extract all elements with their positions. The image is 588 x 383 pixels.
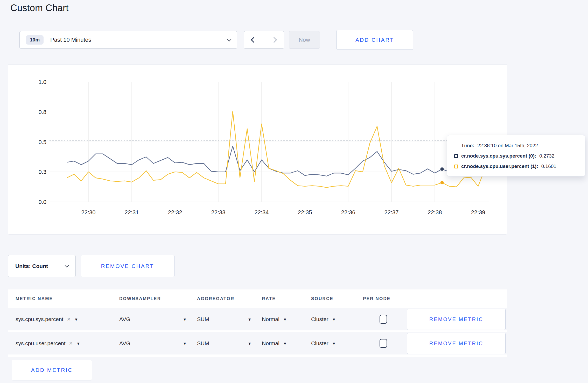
clear-metric-icon[interactable]: × xyxy=(67,316,71,322)
downsampler-select[interactable]: AVG ▼ xyxy=(119,340,197,346)
caret-down-icon: ▼ xyxy=(74,317,78,322)
time-range-label: Past 10 Minutes xyxy=(50,37,91,43)
y-axis-label: 1.0 xyxy=(38,79,46,85)
per-node-checkbox[interactable] xyxy=(380,315,387,324)
x-axis-label: 22:37 xyxy=(384,209,398,216)
tooltip-time-label: Time: xyxy=(461,143,474,148)
tooltip-time-value: 22:38:10 on Mar 15th, 2022 xyxy=(477,143,538,148)
tooltip-series-value: 0.1601 xyxy=(541,164,556,169)
rate-value: Normal xyxy=(262,340,279,346)
col-header-aggregator: AGGREGATOR xyxy=(197,296,262,301)
metric-row: sys.cpu.sys.percent × ▼ AVG ▼ SUM ▼ Norm… xyxy=(8,308,507,330)
toolbar-divider xyxy=(8,32,8,69)
caret-down-icon: ▼ xyxy=(332,317,336,322)
x-axis-label: 22:38 xyxy=(428,209,442,216)
downsampler-select[interactable]: AVG ▼ xyxy=(119,316,197,322)
col-header-source: SOURCE xyxy=(311,296,363,301)
downsampler-value: AVG xyxy=(119,340,130,346)
tooltip-series-name: cr.node.sys.cpu.user.percent (1): xyxy=(461,164,538,169)
remove-chart-button[interactable]: REMOVE CHART xyxy=(81,255,174,277)
chart-tooltip: Time: 22:38:10 on Mar 15th, 2022 cr.node… xyxy=(447,135,585,176)
per-node-checkbox[interactable] xyxy=(380,339,387,348)
chevron-down-icon xyxy=(65,263,69,267)
remove-metric-button[interactable]: REMOVE METRIC xyxy=(407,333,506,354)
caret-down-icon: ▼ xyxy=(248,317,251,322)
source-value: Cluster xyxy=(311,340,328,346)
rate-select[interactable]: Normal ▼ xyxy=(262,316,311,322)
time-pager xyxy=(244,31,284,49)
x-axis-label: 22:30 xyxy=(81,209,95,216)
add-metric-button[interactable]: ADD METRIC xyxy=(12,360,92,380)
tooltip-series-name: cr.node.sys.cpu.sys.percent (0): xyxy=(461,153,536,159)
y-axis-label: 0.8 xyxy=(38,109,46,115)
caret-down-icon: ▼ xyxy=(332,341,336,346)
metrics-table-header: METRIC NAME DOWNSAMPLER AGGREGATOR RATE … xyxy=(8,289,507,308)
source-select[interactable]: Cluster ▼ xyxy=(311,316,363,322)
col-header-per-node: PER NODE xyxy=(363,296,407,301)
hover-point-cr.node.sys.cpu.sys.percent xyxy=(440,167,444,171)
aggregator-select[interactable]: SUM ▼ xyxy=(197,340,262,346)
tooltip-series-value: 0.2732 xyxy=(539,153,554,159)
caret-down-icon: ▼ xyxy=(283,317,287,322)
custom-chart-page: Custom Chart 10m Past 10 Minutes Now ADD… xyxy=(0,0,588,383)
metrics-table: METRIC NAME DOWNSAMPLER AGGREGATOR RATE … xyxy=(8,289,507,357)
aggregator-value: SUM xyxy=(197,316,209,322)
downsampler-value: AVG xyxy=(119,316,130,322)
units-dropdown[interactable]: Units: Count xyxy=(8,255,76,277)
metric-name-value: sys.cpu.sys.percent xyxy=(16,316,63,322)
time-range-badge: 10m xyxy=(26,35,44,45)
x-axis-label: 22:34 xyxy=(254,209,269,216)
source-select[interactable]: Cluster ▼ xyxy=(311,340,363,346)
x-axis-label: 22:35 xyxy=(298,209,312,216)
y-axis-label: 0.0 xyxy=(38,199,46,205)
series-sys-swatch-icon xyxy=(454,154,458,158)
source-value: Cluster xyxy=(311,316,328,322)
y-axis-label: 0.3 xyxy=(38,169,46,175)
x-axis-label: 22:32 xyxy=(168,209,182,216)
chevron-right-icon xyxy=(271,37,277,43)
clear-metric-icon[interactable]: × xyxy=(69,340,73,346)
hover-point-cr.node.sys.cpu.user.percent xyxy=(440,181,444,184)
x-axis-label: 22:33 xyxy=(211,209,225,216)
rate-select[interactable]: Normal ▼ xyxy=(262,340,311,346)
caret-down-icon: ▼ xyxy=(183,317,187,322)
col-header-downsampler: DOWNSAMPLER xyxy=(119,296,197,301)
units-label: Units: Count xyxy=(15,263,48,269)
chevron-left-icon xyxy=(251,37,257,43)
page-title: Custom Chart xyxy=(10,3,68,13)
remove-metric-button[interactable]: REMOVE METRIC xyxy=(407,309,506,330)
rate-value: Normal xyxy=(262,316,279,322)
x-axis-label: 22:31 xyxy=(124,209,139,216)
chevron-down-icon xyxy=(227,37,231,41)
timeseries-plot[interactable]: 0.00.30.50.81.022:3022:3122:3222:3322:34… xyxy=(8,65,507,235)
y-axis-label: 0.5 xyxy=(38,139,46,145)
x-axis-label: 22:39 xyxy=(471,209,485,216)
chart-card: 0.00.30.50.81.022:3022:3122:3222:3322:34… xyxy=(8,64,507,235)
next-time-button[interactable] xyxy=(264,31,284,48)
caret-down-icon: ▼ xyxy=(183,341,187,346)
add-chart-button[interactable]: ADD CHART xyxy=(336,30,413,50)
aggregator-select[interactable]: SUM ▼ xyxy=(197,316,262,322)
series-line-cr.node.sys.cpu.user.percent xyxy=(67,111,486,187)
now-button[interactable]: Now xyxy=(289,31,320,49)
metric-name-select[interactable]: sys.cpu.user.percent × ▼ xyxy=(16,340,119,346)
prev-time-button[interactable] xyxy=(244,31,264,48)
caret-down-icon: ▼ xyxy=(283,341,287,346)
series-user-swatch-icon xyxy=(454,165,458,168)
col-header-rate: RATE xyxy=(262,296,311,301)
metric-name-select[interactable]: sys.cpu.sys.percent × ▼ xyxy=(16,316,119,322)
time-range-dropdown[interactable]: 10m Past 10 Minutes xyxy=(19,31,237,49)
x-axis-label: 22:36 xyxy=(341,209,355,216)
caret-down-icon: ▼ xyxy=(76,341,80,346)
metric-row: sys.cpu.user.percent × ▼ AVG ▼ SUM ▼ Nor… xyxy=(8,332,507,354)
series-line-cr.node.sys.cpu.sys.percent xyxy=(67,146,486,176)
caret-down-icon: ▼ xyxy=(248,341,251,346)
col-header-metric-name: METRIC NAME xyxy=(16,296,119,301)
aggregator-value: SUM xyxy=(197,340,209,346)
metric-name-value: sys.cpu.user.percent xyxy=(16,340,66,346)
